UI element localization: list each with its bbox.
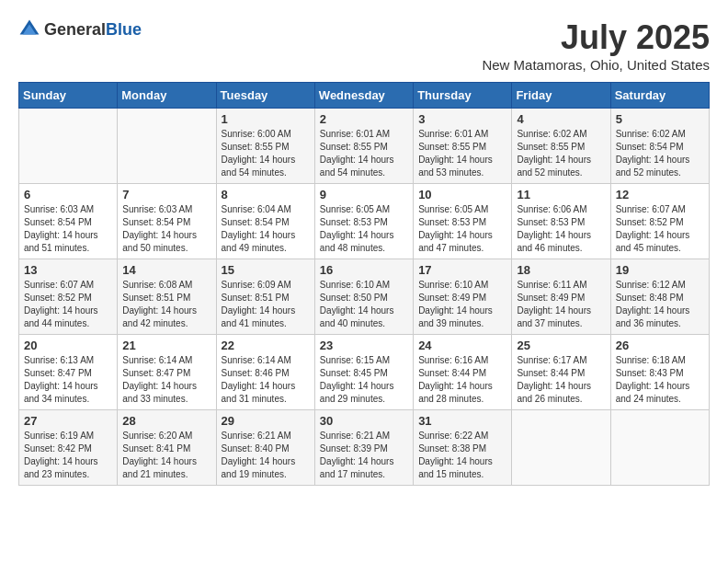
day-detail: Sunrise: 6:01 AM Sunset: 8:55 PM Dayligh… <box>418 128 506 179</box>
day-detail: Sunrise: 6:07 AM Sunset: 8:52 PM Dayligh… <box>24 279 112 330</box>
weekday-header-saturday: Saturday <box>610 83 709 109</box>
calendar-cell: 12Sunrise: 6:07 AM Sunset: 8:52 PM Dayli… <box>610 184 709 259</box>
day-number: 12 <box>616 188 704 201</box>
day-number: 27 <box>24 414 112 428</box>
logo-general-text: General <box>44 20 106 39</box>
day-number: 6 <box>24 188 112 201</box>
calendar-cell: 26Sunrise: 6:18 AM Sunset: 8:43 PM Dayli… <box>610 335 709 410</box>
calendar-cell: 9Sunrise: 6:05 AM Sunset: 8:53 PM Daylig… <box>314 184 413 259</box>
calendar-cell: 1Sunrise: 6:00 AM Sunset: 8:55 PM Daylig… <box>216 109 314 184</box>
day-number: 14 <box>122 263 210 277</box>
location-text: New Matamoras, Ohio, United States <box>482 57 710 73</box>
day-number: 1 <box>222 112 310 126</box>
calendar-cell: 30Sunrise: 6:21 AM Sunset: 8:39 PM Dayli… <box>314 410 413 486</box>
day-number: 18 <box>517 263 605 277</box>
calendar-week-row: 6Sunrise: 6:03 AM Sunset: 8:54 PM Daylig… <box>19 184 710 259</box>
day-number: 9 <box>320 188 408 201</box>
logo: GeneralBlue <box>18 18 142 40</box>
day-detail: Sunrise: 6:10 AM Sunset: 8:50 PM Dayligh… <box>320 279 408 330</box>
day-detail: Sunrise: 6:02 AM Sunset: 8:55 PM Dayligh… <box>517 128 605 179</box>
day-number: 13 <box>24 263 112 277</box>
calendar-week-row: 27Sunrise: 6:19 AM Sunset: 8:42 PM Dayli… <box>19 410 710 486</box>
day-detail: Sunrise: 6:04 AM Sunset: 8:54 PM Dayligh… <box>222 203 310 255</box>
weekday-header-thursday: Thursday <box>414 83 512 109</box>
day-detail: Sunrise: 6:02 AM Sunset: 8:54 PM Dayligh… <box>616 128 704 179</box>
day-number: 22 <box>222 339 310 352</box>
day-number: 23 <box>320 339 408 352</box>
day-detail: Sunrise: 6:16 AM Sunset: 8:44 PM Dayligh… <box>418 354 506 406</box>
calendar-cell: 20Sunrise: 6:13 AM Sunset: 8:47 PM Dayli… <box>19 335 118 410</box>
day-detail: Sunrise: 6:15 AM Sunset: 8:45 PM Dayligh… <box>320 354 408 406</box>
day-detail: Sunrise: 6:09 AM Sunset: 8:51 PM Dayligh… <box>222 279 310 330</box>
calendar-cell: 6Sunrise: 6:03 AM Sunset: 8:54 PM Daylig… <box>19 184 118 259</box>
day-number: 29 <box>222 414 310 428</box>
day-number: 10 <box>418 188 506 201</box>
calendar-cell: 10Sunrise: 6:05 AM Sunset: 8:53 PM Dayli… <box>414 184 512 259</box>
day-number: 20 <box>24 339 112 352</box>
calendar-cell: 22Sunrise: 6:14 AM Sunset: 8:46 PM Dayli… <box>216 335 314 410</box>
day-number: 8 <box>222 188 310 201</box>
calendar-cell: 29Sunrise: 6:21 AM Sunset: 8:40 PM Dayli… <box>216 410 314 486</box>
logo-blue-text: Blue <box>106 20 142 39</box>
calendar-cell: 19Sunrise: 6:12 AM Sunset: 8:48 PM Dayli… <box>610 259 709 335</box>
month-title: July 2025 <box>482 18 710 57</box>
page-header: GeneralBlue July 2025 New Matamoras, Ohi… <box>18 18 710 73</box>
day-number: 2 <box>320 112 408 126</box>
day-number: 31 <box>418 414 506 428</box>
calendar-cell: 24Sunrise: 6:16 AM Sunset: 8:44 PM Dayli… <box>414 335 512 410</box>
day-detail: Sunrise: 6:10 AM Sunset: 8:49 PM Dayligh… <box>418 279 506 330</box>
day-detail: Sunrise: 6:18 AM Sunset: 8:43 PM Dayligh… <box>616 354 704 406</box>
day-detail: Sunrise: 6:06 AM Sunset: 8:53 PM Dayligh… <box>517 203 605 255</box>
day-detail: Sunrise: 6:07 AM Sunset: 8:52 PM Dayligh… <box>616 203 704 255</box>
day-number: 5 <box>616 112 704 126</box>
day-number: 24 <box>418 339 506 352</box>
day-detail: Sunrise: 6:08 AM Sunset: 8:51 PM Dayligh… <box>122 279 210 330</box>
day-detail: Sunrise: 6:13 AM Sunset: 8:47 PM Dayligh… <box>24 354 112 406</box>
day-number: 17 <box>418 263 506 277</box>
calendar-week-row: 13Sunrise: 6:07 AM Sunset: 8:52 PM Dayli… <box>19 259 710 335</box>
weekday-header-friday: Friday <box>512 83 610 109</box>
calendar-cell: 31Sunrise: 6:22 AM Sunset: 8:38 PM Dayli… <box>414 410 512 486</box>
day-detail: Sunrise: 6:05 AM Sunset: 8:53 PM Dayligh… <box>418 203 506 255</box>
weekday-header-sunday: Sunday <box>19 83 118 109</box>
day-number: 25 <box>517 339 605 352</box>
calendar-cell: 21Sunrise: 6:14 AM Sunset: 8:47 PM Dayli… <box>118 335 216 410</box>
day-number: 7 <box>122 188 210 201</box>
day-detail: Sunrise: 6:17 AM Sunset: 8:44 PM Dayligh… <box>517 354 605 406</box>
calendar-cell: 3Sunrise: 6:01 AM Sunset: 8:55 PM Daylig… <box>414 109 512 184</box>
logo-icon <box>18 18 40 40</box>
day-number: 28 <box>122 414 210 428</box>
calendar-cell <box>512 410 610 486</box>
calendar-cell: 13Sunrise: 6:07 AM Sunset: 8:52 PM Dayli… <box>19 259 118 335</box>
calendar-cell <box>19 109 118 184</box>
day-number: 26 <box>616 339 704 352</box>
day-detail: Sunrise: 6:19 AM Sunset: 8:42 PM Dayligh… <box>24 430 112 481</box>
calendar-cell: 18Sunrise: 6:11 AM Sunset: 8:49 PM Dayli… <box>512 259 610 335</box>
weekday-header-tuesday: Tuesday <box>216 83 314 109</box>
day-detail: Sunrise: 6:11 AM Sunset: 8:49 PM Dayligh… <box>517 279 605 330</box>
calendar-cell: 2Sunrise: 6:01 AM Sunset: 8:55 PM Daylig… <box>314 109 413 184</box>
calendar-cell: 16Sunrise: 6:10 AM Sunset: 8:50 PM Dayli… <box>314 259 413 335</box>
calendar-cell: 17Sunrise: 6:10 AM Sunset: 8:49 PM Dayli… <box>414 259 512 335</box>
day-number: 3 <box>418 112 506 126</box>
calendar-cell: 5Sunrise: 6:02 AM Sunset: 8:54 PM Daylig… <box>610 109 709 184</box>
calendar-cell: 25Sunrise: 6:17 AM Sunset: 8:44 PM Dayli… <box>512 335 610 410</box>
day-number: 15 <box>222 263 310 277</box>
calendar-cell: 7Sunrise: 6:03 AM Sunset: 8:54 PM Daylig… <box>118 184 216 259</box>
day-detail: Sunrise: 6:01 AM Sunset: 8:55 PM Dayligh… <box>320 128 408 179</box>
day-number: 30 <box>320 414 408 428</box>
day-detail: Sunrise: 6:00 AM Sunset: 8:55 PM Dayligh… <box>222 128 310 179</box>
weekday-header-row: SundayMondayTuesdayWednesdayThursdayFrid… <box>19 83 710 109</box>
day-detail: Sunrise: 6:20 AM Sunset: 8:41 PM Dayligh… <box>122 430 210 481</box>
title-block: July 2025 New Matamoras, Ohio, United St… <box>482 18 710 73</box>
calendar-cell: 23Sunrise: 6:15 AM Sunset: 8:45 PM Dayli… <box>314 335 413 410</box>
day-number: 16 <box>320 263 408 277</box>
calendar-week-row: 20Sunrise: 6:13 AM Sunset: 8:47 PM Dayli… <box>19 335 710 410</box>
day-number: 4 <box>517 112 605 126</box>
calendar-week-row: 1Sunrise: 6:00 AM Sunset: 8:55 PM Daylig… <box>19 109 710 184</box>
calendar-cell: 27Sunrise: 6:19 AM Sunset: 8:42 PM Dayli… <box>19 410 118 486</box>
calendar-cell: 15Sunrise: 6:09 AM Sunset: 8:51 PM Dayli… <box>216 259 314 335</box>
calendar-cell: 14Sunrise: 6:08 AM Sunset: 8:51 PM Dayli… <box>118 259 216 335</box>
weekday-header-wednesday: Wednesday <box>314 83 413 109</box>
day-number: 21 <box>122 339 210 352</box>
